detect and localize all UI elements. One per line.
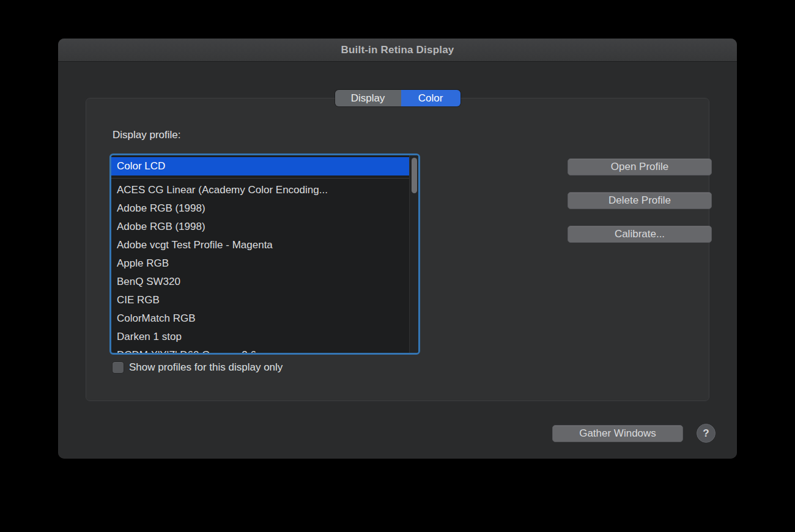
profile-list-item[interactable]: Apple RGB bbox=[111, 254, 409, 273]
tab-set: Display Color bbox=[335, 90, 460, 106]
profile-list-item[interactable]: Adobe RGB (1998) bbox=[111, 199, 409, 218]
profile-list-item[interactable]: Color LCD bbox=[111, 157, 409, 175]
scrollbar-thumb[interactable] bbox=[412, 158, 417, 193]
profile-list-item[interactable]: ACES CG Linear (Academy Color Encoding..… bbox=[111, 181, 409, 199]
profile-list-item[interactable]: Adobe vcgt Test Profile - Magenta bbox=[111, 236, 409, 254]
window-title: Built-in Retina Display bbox=[341, 44, 454, 56]
displays-preferences-window: Built-in Retina Display Display Color Di… bbox=[58, 39, 737, 459]
profile-list-item[interactable]: CIE RGB bbox=[111, 291, 409, 309]
gather-windows-button[interactable]: Gather Windows bbox=[552, 425, 683, 442]
calibrate-button[interactable]: Calibrate... bbox=[568, 226, 712, 243]
tab-color[interactable]: Color bbox=[401, 90, 460, 106]
show-profiles-checkbox-label: Show profiles for this display only bbox=[129, 361, 283, 374]
show-profiles-checkbox-row: Show profiles for this display only bbox=[113, 361, 283, 374]
tab-bar: Display Color bbox=[58, 90, 737, 106]
scrollbar-track[interactable] bbox=[409, 155, 418, 353]
profile-list-item[interactable]: ColorMatch RGB bbox=[111, 309, 409, 328]
display-profile-label: Display profile: bbox=[113, 129, 181, 141]
profile-list-item[interactable]: Darken 1 stop bbox=[111, 328, 409, 346]
help-button[interactable]: ? bbox=[697, 424, 716, 443]
selected-row-separator bbox=[111, 175, 409, 181]
profile-list-item[interactable]: Adobe RGB (1998) bbox=[111, 218, 409, 236]
profile-list-item[interactable]: DCDM X'Y'Z' D60 Gamma 2.6 bbox=[111, 346, 409, 353]
color-tab-panel: Display profile: Color LCDACES CG Linear… bbox=[86, 98, 709, 401]
tab-display[interactable]: Display bbox=[335, 90, 401, 106]
profile-listbox[interactable]: Color LCDACES CG Linear (Academy Color E… bbox=[109, 153, 420, 355]
desktop-background: Built-in Retina Display Display Color Di… bbox=[0, 0, 795, 532]
profile-list-item[interactable]: BenQ SW320 bbox=[111, 273, 409, 291]
title-bar[interactable]: Built-in Retina Display bbox=[58, 39, 737, 62]
open-profile-button[interactable]: Open Profile bbox=[568, 158, 712, 175]
show-profiles-checkbox[interactable] bbox=[113, 362, 124, 373]
delete-profile-button[interactable]: Delete Profile bbox=[568, 192, 712, 209]
profile-list: Color LCDACES CG Linear (Academy Color E… bbox=[111, 155, 409, 353]
